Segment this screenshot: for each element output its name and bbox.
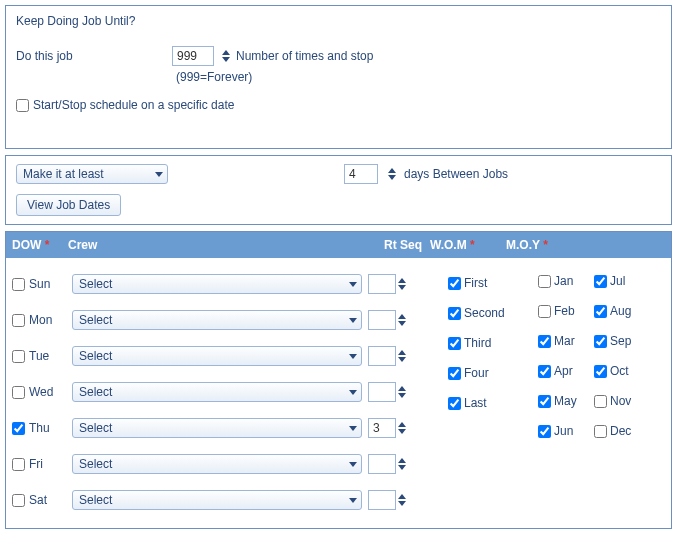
spinner-down-icon[interactable] bbox=[398, 285, 406, 290]
crew-placeholder: Select bbox=[79, 493, 112, 507]
rt-seq-input[interactable] bbox=[368, 418, 396, 438]
day-row: WedSelect bbox=[12, 374, 448, 410]
day-checkbox[interactable] bbox=[12, 350, 25, 363]
day-label: Fri bbox=[29, 457, 43, 471]
spinner-up-icon[interactable] bbox=[398, 350, 406, 355]
moy-row: Jan bbox=[538, 266, 584, 296]
spinner-up-icon[interactable] bbox=[222, 50, 230, 55]
day-checkbox[interactable] bbox=[12, 458, 25, 471]
moy-label: Jun bbox=[554, 424, 573, 438]
moy-checkbox[interactable] bbox=[538, 305, 551, 318]
moy-checkbox[interactable] bbox=[594, 425, 607, 438]
chevron-down-icon bbox=[349, 390, 357, 395]
moy-checkbox[interactable] bbox=[594, 335, 607, 348]
day-checkbox[interactable] bbox=[12, 386, 25, 399]
rt-spinner[interactable] bbox=[398, 278, 406, 290]
moy-label: Sep bbox=[610, 334, 631, 348]
days-spinner[interactable] bbox=[388, 168, 396, 180]
do-this-job-label: Do this job bbox=[16, 49, 166, 63]
wom-checkbox[interactable] bbox=[448, 337, 461, 350]
spinner-up-icon[interactable] bbox=[398, 314, 406, 319]
day-checkbox[interactable] bbox=[12, 314, 25, 327]
wom-label: Last bbox=[464, 396, 487, 410]
moy-checkbox[interactable] bbox=[538, 275, 551, 288]
wom-checkbox[interactable] bbox=[448, 397, 461, 410]
crew-placeholder: Select bbox=[79, 313, 112, 327]
days-between-input[interactable] bbox=[344, 164, 378, 184]
crew-select[interactable]: Select bbox=[72, 382, 362, 402]
header-dow: DOW bbox=[12, 238, 41, 252]
rt-seq-input[interactable] bbox=[368, 346, 396, 366]
crew-select[interactable]: Select bbox=[72, 418, 362, 438]
moy-row: Apr bbox=[538, 356, 584, 386]
day-checkbox[interactable] bbox=[12, 422, 25, 435]
crew-placeholder: Select bbox=[79, 385, 112, 399]
spinner-down-icon[interactable] bbox=[398, 393, 406, 398]
rt-spinner[interactable] bbox=[398, 422, 406, 434]
moy-checkbox[interactable] bbox=[538, 335, 551, 348]
spinner-up-icon[interactable] bbox=[398, 422, 406, 427]
moy-row: Mar bbox=[538, 326, 584, 356]
rt-spinner[interactable] bbox=[398, 386, 406, 398]
moy-checkbox[interactable] bbox=[594, 275, 607, 288]
rt-seq-input[interactable] bbox=[368, 274, 396, 294]
combo-label: Make it at least bbox=[23, 167, 104, 181]
moy-row: Aug bbox=[594, 296, 640, 326]
rt-spinner[interactable] bbox=[398, 458, 406, 470]
spinner-down-icon[interactable] bbox=[388, 175, 396, 180]
crew-select[interactable]: Select bbox=[72, 310, 362, 330]
crew-select[interactable]: Select bbox=[72, 490, 362, 510]
times-spinner[interactable] bbox=[222, 50, 230, 62]
crew-placeholder: Select bbox=[79, 277, 112, 291]
day-row: TueSelect bbox=[12, 338, 448, 374]
rt-seq-input[interactable] bbox=[368, 490, 396, 510]
crew-select[interactable]: Select bbox=[72, 454, 362, 474]
spinner-up-icon[interactable] bbox=[398, 458, 406, 463]
rt-seq-input[interactable] bbox=[368, 454, 396, 474]
startstop-checkbox[interactable] bbox=[16, 99, 29, 112]
moy-checkbox[interactable] bbox=[594, 395, 607, 408]
spinner-up-icon[interactable] bbox=[388, 168, 396, 173]
required-icon: * bbox=[543, 238, 548, 252]
wom-checkbox[interactable] bbox=[448, 307, 461, 320]
moy-checkbox[interactable] bbox=[538, 425, 551, 438]
rt-seq-input[interactable] bbox=[368, 310, 396, 330]
spinner-down-icon[interactable] bbox=[398, 321, 406, 326]
panel-title: Keep Doing Job Until? bbox=[16, 14, 661, 28]
spinner-down-icon[interactable] bbox=[398, 501, 406, 506]
day-checkbox[interactable] bbox=[12, 278, 25, 291]
crew-select[interactable]: Select bbox=[72, 346, 362, 366]
spinner-up-icon[interactable] bbox=[398, 278, 406, 283]
wom-row: Last bbox=[448, 388, 538, 418]
moy-row: Sep bbox=[594, 326, 640, 356]
header-moy: M.O.Y bbox=[506, 238, 540, 252]
moy-label: Aug bbox=[610, 304, 631, 318]
spinner-down-icon[interactable] bbox=[398, 429, 406, 434]
required-icon: * bbox=[470, 238, 475, 252]
rt-spinner[interactable] bbox=[398, 494, 406, 506]
rt-spinner[interactable] bbox=[398, 350, 406, 362]
crew-select[interactable]: Select bbox=[72, 274, 362, 294]
spinner-down-icon[interactable] bbox=[398, 465, 406, 470]
wom-checkbox[interactable] bbox=[448, 277, 461, 290]
spinner-down-icon[interactable] bbox=[222, 57, 230, 62]
view-job-dates-button[interactable]: View Job Dates bbox=[16, 194, 121, 216]
spinner-down-icon[interactable] bbox=[398, 357, 406, 362]
rt-seq-input[interactable] bbox=[368, 382, 396, 402]
spinner-up-icon[interactable] bbox=[398, 494, 406, 499]
times-input[interactable] bbox=[172, 46, 214, 66]
times-note: Number of times and stop bbox=[236, 49, 373, 63]
spacing-rule-combo[interactable]: Make it at least bbox=[16, 164, 168, 184]
moy-checkbox[interactable] bbox=[538, 365, 551, 378]
forever-note: (999=Forever) bbox=[176, 70, 661, 84]
spinner-up-icon[interactable] bbox=[398, 386, 406, 391]
wom-checkbox[interactable] bbox=[448, 367, 461, 380]
moy-checkbox[interactable] bbox=[594, 365, 607, 378]
moy-checkbox[interactable] bbox=[538, 395, 551, 408]
rt-spinner[interactable] bbox=[398, 314, 406, 326]
moy-row: Oct bbox=[594, 356, 640, 386]
moy-checkbox[interactable] bbox=[594, 305, 607, 318]
moy-label: Jul bbox=[610, 274, 625, 288]
wom-row: Second bbox=[448, 298, 538, 328]
day-checkbox[interactable] bbox=[12, 494, 25, 507]
